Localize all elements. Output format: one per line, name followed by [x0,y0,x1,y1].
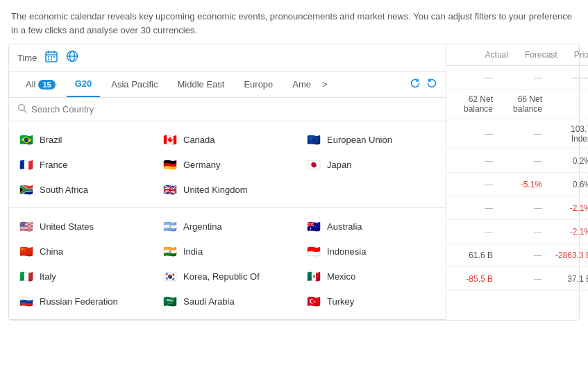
svg-rect-4 [48,56,49,58]
flag-uk: 🇬🇧 [162,182,178,197]
country-france[interactable]: 🇫🇷 France [12,152,156,177]
country-united-states[interactable]: 🇺🇸 United States [12,214,156,239]
tab-middle-east[interactable]: Middle East [169,72,233,96]
country-european-union[interactable]: 🇪🇺 European Union [299,127,443,152]
flag-italy: 🇮🇹 [19,269,34,284]
country-argentina[interactable]: 🇦🇷 Argentina [156,214,299,239]
header-prior: Prior [574,50,588,60]
data-row-6: — — -2.1% [446,220,588,244]
tab-all-badge: 15 [38,80,55,90]
g20-grid: 🇧🇷 Brazil 🇨🇦 Canada 🇪🇺 European Union 🇫🇷… [9,127,446,202]
flag-indonesia: 🇮🇩 [306,244,321,259]
header-forecast: Forecast [525,50,557,60]
intro-text: The economic calendar reveals key upcomi… [0,0,588,44]
flag-brazil: 🇧🇷 [19,132,34,147]
right-panel: Actual Forecast Prior — — —·— 62 Net bal… [446,44,588,320]
flag-turkey: 🇹🇷 [306,294,321,309]
flag-india: 🇮🇳 [162,244,178,259]
country-korea[interactable]: 🇰🇷 Korea, Republic Of [156,264,299,289]
search-icon [17,103,27,115]
flag-china: 🇨🇳 [19,244,34,259]
tab-asia-pacific[interactable]: Asia Pacific [103,72,166,96]
flag-germany: 🇩🇪 [162,157,178,172]
search-row [9,98,446,121]
tabs-actions [410,78,437,92]
flag-argentina: 🇦🇷 [162,219,178,234]
other-section: 🇺🇸 United States 🇦🇷 Argentina 🇦🇺 Austral… [9,208,446,320]
country-brazil[interactable]: 🇧🇷 Brazil [12,127,156,152]
country-united-kingdom[interactable]: 🇬🇧 United Kingdom [156,177,299,202]
reset-icon[interactable] [426,78,437,92]
tab-all[interactable]: All 15 [17,72,64,96]
search-box [17,103,437,115]
main-container: Time [8,44,580,321]
flag-korea: 🇰🇷 [162,269,178,284]
svg-rect-5 [51,56,52,58]
country-china[interactable]: 🇨🇳 China [12,239,156,264]
country-india[interactable]: 🇮🇳 India [156,239,299,264]
country-indonesia[interactable]: 🇮🇩 Indonesia [299,239,443,264]
flag-mexico: 🇲🇽 [306,269,321,284]
time-label: Time [17,53,37,63]
calendar-icon[interactable] [45,50,58,65]
data-rows: — — —·— 62 Net balance 66 Net balance — … [446,66,588,291]
flag-saudi-arabia: 🇸🇦 [162,294,178,309]
search-input[interactable] [31,104,170,114]
svg-rect-6 [53,56,55,58]
toolbar: Time [9,44,446,71]
data-row-0: — — —·— [446,66,588,90]
country-canada[interactable]: 🇨🇦 Canada [156,127,299,152]
data-row-8: -85.5 B — 37.1 B [446,267,588,291]
country-germany[interactable]: 🇩🇪 Germany [156,152,299,177]
data-row-5: — — -2.1% [446,196,588,220]
globe-icon[interactable] [66,50,78,65]
left-panel: Time [9,44,446,320]
refresh-icon[interactable] [410,78,421,92]
country-mexico[interactable]: 🇲🇽 Mexico [299,264,443,289]
data-row-3: — — 0.2% [446,149,588,173]
other-grid: 🇺🇸 United States 🇦🇷 Argentina 🇦🇺 Austral… [9,214,446,314]
right-panel-header: Actual Forecast Prior [446,44,588,66]
country-south-africa[interactable]: 🇿🇦 South Africa [12,177,156,202]
flag-france: 🇫🇷 [19,157,34,172]
svg-line-13 [24,110,27,113]
tab-more-icon[interactable]: > [322,79,328,90]
country-australia[interactable]: 🇦🇺 Australia [299,214,443,239]
g20-section: 🇧🇷 Brazil 🇨🇦 Canada 🇪🇺 European Union 🇫🇷… [9,121,446,208]
flag-australia: 🇦🇺 [306,219,321,234]
flag-eu: 🇪🇺 [306,132,321,147]
country-turkey[interactable]: 🇹🇷 Turkey [299,289,443,314]
flag-us: 🇺🇸 [19,219,34,234]
country-japan[interactable]: 🇯🇵 Japan [299,152,443,177]
flag-russia: 🇷🇺 [19,294,34,309]
flag-south-africa: 🇿🇦 [19,182,34,197]
header-actual: Actual [485,50,508,60]
flag-japan: 🇯🇵 [306,157,321,172]
data-row-4: — -5.1% 0.6% [446,173,588,196]
country-italy[interactable]: 🇮🇹 Italy [12,264,156,289]
data-row-2: — — 103.7 Index [446,119,588,149]
tab-g20[interactable]: G20 [67,71,101,97]
country-saudi-arabia[interactable]: 🇸🇦 Saudi Arabia [156,289,299,314]
data-row-7: 61.6 B — -2863.3 B [446,244,588,267]
tabs-row: All 15 G20 Asia Pacific Middle East Euro… [9,71,446,98]
tab-americas[interactable]: Ame [284,72,319,96]
data-row-1: 62 Net balance 66 Net balance [446,90,588,119]
svg-rect-7 [48,59,49,60]
flag-canada: 🇨🇦 [162,132,178,147]
svg-rect-8 [51,59,52,60]
tab-europe[interactable]: Europe [235,72,281,96]
country-russian-federation[interactable]: 🇷🇺 Russian Federation [12,289,156,314]
